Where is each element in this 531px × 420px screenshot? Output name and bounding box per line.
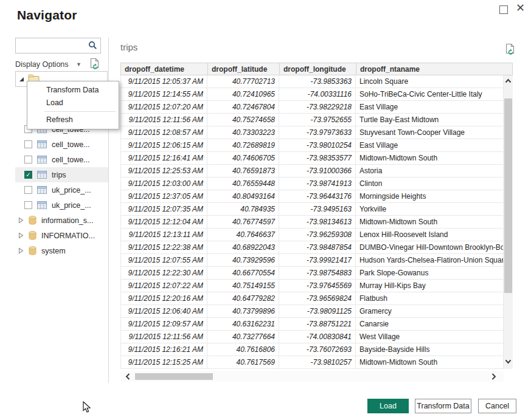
table-cell: 9/11/2015 12:13:11 AM [121, 229, 207, 241]
expander-icon[interactable] [18, 247, 24, 254]
table-cell: 40.7646637 [207, 229, 279, 241]
table-cell: 40.75274658 [207, 114, 279, 126]
table-cell: Yorkville [356, 203, 504, 215]
table-cell: 40.72410965 [207, 88, 279, 100]
item-checkbox[interactable]: ✓ [24, 171, 32, 179]
table-cell: 40.7616806 [207, 343, 279, 356]
search-input[interactable] [18, 39, 85, 52]
load-button[interactable]: Load [367, 399, 409, 413]
table-row: 9/11/2015 12:15:25 AM40.7617569-73.98102… [121, 356, 504, 369]
close-icon: ✕ [516, 2, 525, 14]
table-cell: 9/11/2015 12:07:20 AM [121, 101, 207, 113]
table-row: 9/11/2015 12:07:55 AM40.73929596-73.9992… [121, 254, 504, 267]
horizontal-scrollbar-thumb[interactable] [135, 373, 213, 380]
display-options-dropdown[interactable]: Display Options ▼ [15, 60, 82, 69]
table-row: 9/11/2015 12:37:05 AM40.80493164-73.9644… [121, 190, 504, 203]
item-checkbox[interactable] [24, 140, 32, 148]
menu-separator [44, 111, 116, 112]
table-cell: -73.97645569 [279, 280, 356, 292]
tree-item-label: uk_price_... [52, 201, 91, 210]
column-header-dropoff_longitude[interactable]: dropoff_longitude [280, 63, 356, 75]
table-cell: 40.77702713 [207, 75, 279, 88]
table-cell: -73.98229218 [279, 101, 356, 113]
expander-expanded-icon[interactable] [19, 77, 24, 82]
tree-item-cell-towe[interactable]: cell_towe... [15, 137, 108, 152]
tree-items: cell_towe... cell_towe... [15, 122, 108, 258]
table-cell: -73.76072693 [279, 343, 356, 356]
menu-item-refresh[interactable]: Refresh [27, 114, 119, 126]
table-cell: -74.00331116 [279, 88, 356, 100]
table-row: 9/11/2015 12:16:41 AM40.74606705-73.9835… [121, 152, 504, 165]
maximize-button[interactable] [499, 5, 508, 14]
table-cell: 40.76591873 [207, 165, 279, 177]
table-row: 9/11/2015 12:06:40 AM40.73799896-73.9809… [121, 305, 504, 318]
table-cell: 9/11/2015 12:07:22 AM [121, 280, 207, 292]
tree-item-information-s[interactable]: information_s... [15, 213, 108, 228]
table-cell: Clinton [356, 177, 504, 190]
tree-item-trips[interactable]: ✓ trips [15, 167, 108, 182]
table-cell: 40.72689819 [207, 139, 279, 151]
expander-icon[interactable] [18, 232, 24, 239]
table-cell: Stuyvesant Town-Cooper Village [356, 126, 504, 139]
table-cell: 40.76559448 [207, 177, 279, 190]
tree-item-uk-price[interactable]: uk_price_... [15, 198, 108, 213]
column-header-dropoff_ntaname[interactable]: dropoff_ntaname [356, 63, 512, 75]
close-button[interactable]: ✕ [516, 2, 525, 14]
table-row: 9/11/2015 12:11:56 AM40.73277664-74.0083… [121, 331, 504, 343]
cancel-button[interactable]: Cancel [478, 399, 516, 413]
table-cell: 40.64779282 [207, 292, 279, 305]
tree-item-system[interactable]: system [15, 243, 108, 258]
context-menu: Transform DataLoadRefresh [27, 81, 119, 129]
table-row: 9/11/2015 12:07:35 AM40.784935-73.949516… [121, 203, 504, 216]
search-box [15, 38, 101, 53]
vertical-scrollbar-thumb[interactable] [504, 98, 512, 293]
page-title: Navigator [17, 8, 77, 22]
table-cell: 9/11/2015 12:07:55 AM [121, 254, 207, 266]
table-cell: Murray Hill-Kips Bay [356, 280, 504, 292]
column-header-dropoff_datetime[interactable]: dropoff_datetime [121, 63, 208, 75]
table-cell: 9/11/2015 12:14:55 AM [121, 88, 207, 100]
menu-item-transform-data[interactable]: Transform Data [27, 84, 119, 97]
refresh-preview-icon[interactable] [89, 58, 100, 71]
horizontal-scrollbar[interactable] [120, 371, 504, 382]
table-cell: 9/11/2015 12:06:15 AM [121, 139, 207, 151]
table-cell: -73.98091125 [279, 305, 356, 317]
table-cell: -73.98754883 [279, 267, 356, 279]
table-cell: -73.91000366 [279, 165, 356, 177]
table-cell: Bayside-Bayside Hills [356, 343, 504, 356]
tree-item-label: system [41, 247, 66, 255]
table-body: 9/11/2015 12:05:37 AM40.77702713-73.9853… [120, 75, 504, 369]
tree-item-cell-towe[interactable]: cell_towe... [15, 152, 108, 167]
refresh-preview-icon[interactable] [505, 43, 516, 57]
tree-item-label: trips [52, 171, 66, 179]
table-cell: -73.96443176 [279, 190, 356, 202]
search-icon[interactable] [88, 41, 97, 50]
vertical-scrollbar[interactable] [504, 75, 513, 369]
transform-data-button[interactable]: Transform Data [415, 399, 471, 413]
table-cell: 40.76774597 [207, 216, 279, 228]
tree-item-informatio[interactable]: INFORMATIO... [15, 228, 108, 243]
scroll-up-icon[interactable] [504, 77, 512, 85]
table-cell: 40.80493164 [207, 190, 279, 202]
scroll-down-icon[interactable] [504, 357, 512, 365]
scroll-left-icon[interactable] [124, 372, 132, 381]
table-row: 9/11/2015 12:22:38 AM40.68922043-73.9848… [121, 241, 504, 254]
table-cell: 9/11/2015 12:15:25 AM [121, 356, 207, 368]
table-cell: 40.73277664 [207, 331, 279, 343]
table-cell: West Village [356, 331, 504, 343]
item-checkbox[interactable] [24, 186, 32, 194]
table-header: dropoff_datetimedropoff_latitudedropoff_… [120, 63, 513, 75]
table-cell: Morningside Heights [356, 190, 504, 202]
scroll-right-icon[interactable] [490, 372, 498, 381]
expander-icon[interactable] [18, 217, 24, 224]
column-header-dropoff_latitude[interactable]: dropoff_latitude [208, 63, 280, 75]
cursor-icon [83, 401, 91, 413]
item-checkbox[interactable] [24, 156, 32, 164]
tree-item-label: cell_towe... [52, 140, 90, 149]
table-row: 9/11/2015 12:07:20 AM40.72467804-73.9822… [121, 101, 504, 114]
item-checkbox[interactable] [24, 201, 32, 209]
tree-item-uk-price[interactable]: uk_price_... [15, 182, 108, 198]
table-cell: Lenox Hill-Roosevelt Island [356, 229, 504, 241]
tree-item-label: INFORMATIO... [41, 232, 95, 240]
menu-item-load[interactable]: Load [27, 97, 119, 109]
